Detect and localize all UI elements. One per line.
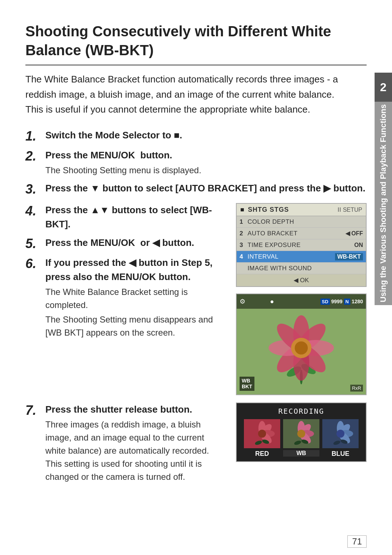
step-6-number: 6. [25, 256, 45, 271]
step-7: 7. Press the shutter release button. Thr… [25, 402, 225, 483]
rec-img-red [244, 419, 280, 448]
step-4-number: 4. [25, 203, 45, 219]
svg-point-18 [258, 430, 266, 438]
step-2-text: Press the MENU/OK button. [45, 150, 172, 161]
step-2: 2. Press the MENU/OK button. The Shootin… [25, 148, 367, 177]
menu-row-5: IMAGE WITH SOUND [237, 263, 366, 274]
side-tab: Using the Various Shooting and Playback … [375, 102, 392, 305]
wb-bkt-badge: WBBKT [240, 377, 254, 391]
step-6-note2: The Shooting Setting menu disappears and… [45, 313, 225, 339]
step-7-bold: Press the shutter release button. [45, 404, 192, 415]
recording-red: RED [244, 419, 280, 458]
step-3-content: Press the ▼ button to select [AUTO BRACK… [45, 181, 367, 195]
svg-point-26 [297, 430, 305, 438]
two-col-section: 4. Press the ▲▼ buttons to select [WB-BK… [25, 203, 367, 395]
intro-section: The White Balance Bracket function autom… [25, 72, 367, 117]
step-4-content: Press the ▲▼ buttons to select [WB-BKT]. [45, 203, 225, 231]
step-4: 4. Press the ▲▼ buttons to select [WB-BK… [25, 203, 225, 231]
step-4-text: Press the ▲▼ buttons to select [WB-BKT]. [45, 204, 212, 230]
step-7-content: Press the shutter release button. Three … [45, 402, 225, 483]
rec-label-wb: WB [283, 450, 319, 457]
recording-screenshot: RECORDING [236, 402, 367, 462]
menu-header: ■ SHTG STGS ⅠⅠ SETUP [237, 204, 366, 216]
step-2-number: 2. [25, 148, 45, 164]
chapter-number: 2 [380, 81, 387, 94]
page-title: Shooting Consecutively with Different Wh… [25, 22, 367, 65]
menu-header-right: ⅠⅠ SETUP [338, 206, 362, 213]
page-container: 2 Using the Various Shooting and Playbac… [0, 0, 392, 555]
menu-row-4-highlighted: 4 INTERVAL WB-BKT [237, 251, 366, 263]
step-7-left: 7. Press the shutter release button. Thr… [25, 402, 225, 488]
step-5-content: Press the MENU/OK or ◀ button. [45, 236, 225, 250]
step-3-number: 3. [25, 181, 45, 197]
step-7-number: 7. [25, 402, 45, 418]
flower-svg [258, 304, 345, 384]
step-7-section: 7. Press the shutter release button. Thr… [25, 402, 367, 488]
rec-label-blue: BLUE [322, 450, 359, 458]
steps-section: 1. Switch the Mode Selector to ■. 2. Pre… [25, 128, 367, 488]
menu-row-3: 3 TIME EXPOSURE ON [237, 239, 366, 251]
chapter-tab: 2 [375, 73, 392, 102]
step-1: 1. Switch the Mode Selector to ■. [25, 128, 367, 144]
menu-row-2: 2 AUTO BRACKET ◀ OFF [237, 228, 366, 239]
intro-paragraph-2: This is useful if you cannot determine t… [25, 102, 367, 117]
step-2-note: The Shooting Setting menu is displayed. [45, 164, 367, 177]
menu-ok: ◀ OK [237, 274, 366, 286]
left-column: 4. Press the ▲▼ buttons to select [WB-BK… [25, 203, 225, 395]
step-5: 5. Press the MENU/OK or ◀ button. [25, 236, 225, 251]
recording-blue: BLUE [322, 419, 359, 458]
recording-images: RED [240, 419, 362, 458]
step-6-content: If you pressed the ◀ button in Step 5, p… [45, 256, 225, 339]
menu-header-label: SHTG STGS [248, 206, 289, 214]
recording-wb: WB [283, 419, 319, 458]
step-2-content: Press the MENU/OK button. The Shooting S… [45, 148, 367, 177]
vf-corner-icon: RxR [350, 385, 363, 392]
svg-point-12 [295, 341, 308, 355]
camera-menu-screenshot: ■ SHTG STGS ⅠⅠ SETUP 1 COLOR DEPTH 2 AUT… [236, 203, 367, 287]
step-1-content: Switch the Mode Selector to ■. [45, 128, 367, 142]
step-5-number: 5. [25, 236, 45, 251]
rec-label-red: RED [244, 450, 280, 458]
step-6-note1: The White Balance Bracket setting is com… [45, 285, 225, 312]
side-tab-text: Using the Various Shooting and Playback … [378, 104, 389, 302]
svg-point-34 [336, 430, 344, 438]
step-1-text: Switch the Mode Selector to ■. [45, 130, 182, 141]
rec-img-wb [283, 419, 319, 448]
rec-img-blue [322, 419, 359, 448]
camera-viewfinder-screenshot: ⚙ ● SD 9999 N 1280 [236, 293, 367, 395]
step-6-text: If you pressed the ◀ button in Step 5, p… [45, 257, 213, 282]
step-3: 3. Press the ▼ button to select [AUTO BR… [25, 181, 367, 197]
page-number: 71 [347, 535, 367, 548]
recording-title: RECORDING [240, 407, 362, 416]
step-6: 6. If you pressed the ◀ button in Step 5… [25, 256, 225, 339]
step-1-number: 1. [25, 128, 45, 144]
flower-illustration [237, 294, 366, 394]
step-7-note: Three images (a reddish image, a bluish … [45, 418, 225, 483]
right-column: ■ SHTG STGS ⅠⅠ SETUP 1 COLOR DEPTH 2 AUT… [236, 203, 367, 395]
step-7-right: RECORDING [236, 402, 367, 488]
menu-row-1: 1 COLOR DEPTH [237, 216, 366, 228]
camera-icon: ■ [174, 130, 180, 141]
camera-mode-icon: ■ [240, 206, 244, 214]
step-5-text: Press the MENU/OK or ◀ button. [45, 237, 194, 248]
intro-paragraph-1: The White Balance Bracket function autom… [25, 72, 367, 102]
step-3-text: Press the ▼ button to select [AUTO BRACK… [45, 183, 366, 194]
